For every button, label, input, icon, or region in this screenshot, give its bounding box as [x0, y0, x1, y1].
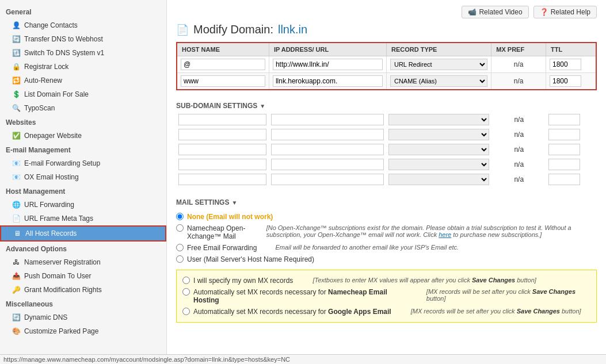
push-domain-icon: 📤: [12, 271, 21, 281]
sidebar-item-onepager[interactable]: ✅Onepager Website: [0, 129, 166, 143]
domain-name[interactable]: llnk.in: [278, 23, 307, 36]
transfer-dns-icon: 🔄: [12, 35, 21, 44]
sidebar-item-grant-modification[interactable]: 🔑Grant Modification Rights: [0, 283, 166, 297]
related-video-button[interactable]: 📹 Related Video: [462, 6, 528, 18]
col-header-record-type: RECORD TYPE: [386, 43, 491, 56]
sidebar-item-list-domain[interactable]: 💲List Domain For Sale: [0, 87, 166, 101]
subdomain-row: A (Address)CNAME (Alias)URL RedirectMX (…: [176, 112, 597, 127]
subdomain-ip-3[interactable]: [271, 159, 384, 170]
sidebar-item-label: Switch To DNS System v1: [24, 49, 104, 57]
mail-radio-namecheap-ox[interactable]: [176, 224, 184, 232]
sidebar-item-all-host-records[interactable]: 🖥All Host Records: [0, 225, 166, 242]
subdomain-ip-2[interactable]: [271, 144, 384, 155]
sidebar-section-title: Advanced Options: [0, 242, 166, 255]
subdomain-record-type-3[interactable]: A (Address)CNAME (Alias)URL RedirectMX (…: [388, 159, 489, 170]
main-content: 📹 Related Video ❓ Related Help 📄 Modify …: [167, 0, 606, 364]
ip-input-0[interactable]: [273, 59, 383, 70]
subdomain-record-type-2[interactable]: A (Address)CNAME (Alias)URL RedirectMX (…: [388, 144, 489, 155]
sidebar-item-change-contacts[interactable]: 👤Change Contacts: [0, 18, 166, 32]
subdomain-record-type-1[interactable]: A (Address)CNAME (Alias)URL RedirectMX (…: [388, 129, 489, 140]
mail-option-link[interactable]: here: [439, 231, 451, 238]
sidebar-item-label: Transfer DNS to Webhost: [24, 35, 103, 43]
sidebar-item-customize-parked[interactable]: 🎨Customize Parked Page: [0, 324, 166, 338]
mx-radio-google-apps[interactable]: [182, 308, 190, 315]
sidebar-item-email-forwarding[interactable]: 📧E-mail Forwarding Setup: [0, 156, 166, 170]
grant-modification-icon: 🔑: [12, 285, 21, 294]
subdomain-hostname-2[interactable]: [178, 144, 266, 155]
subdomain-arrow-icon: ▼: [260, 103, 265, 109]
sidebar-section-title: Miscellaneous: [0, 297, 166, 311]
ip-input-1[interactable]: [273, 75, 383, 87]
mx-radio-specify-own[interactable]: [182, 277, 190, 284]
subdomain-ip-0[interactable]: [271, 114, 384, 125]
sidebar-item-label: Registrar Lock: [24, 63, 68, 71]
ttl-input-1[interactable]: [550, 75, 581, 87]
subdomain-ttl-2[interactable]: [548, 144, 580, 155]
onepager-icon: ✅: [12, 131, 21, 140]
subdomain-ttl-1[interactable]: [548, 129, 580, 140]
ox-email-icon: 📧: [12, 173, 21, 182]
mx-option-specify-own: I will specify my own MX records[Textbox…: [182, 275, 590, 286]
ttl-input-0[interactable]: [550, 59, 581, 70]
mx-radio-namecheap-email[interactable]: [182, 288, 190, 296]
all-host-records-icon: 🖥: [13, 229, 22, 238]
sidebar-item-label: Onepager Website: [24, 132, 82, 140]
mx-option-google-apps: Automatically set MX records necessary f…: [182, 306, 590, 317]
subdomain-hostname-1[interactable]: [178, 129, 266, 140]
mail-option-none: None (Email will not work): [176, 211, 597, 223]
sidebar-item-label: Dynamic DNS: [24, 313, 67, 321]
subdomain-ttl-0[interactable]: [548, 114, 580, 125]
email-forwarding-icon: 📧: [12, 159, 21, 168]
sidebar-item-label: Push Domain To User: [24, 272, 92, 280]
typoscan-icon: 🔍: [12, 104, 21, 113]
sidebar-item-registrar-lock[interactable]: 🔒Registrar Lock: [0, 60, 166, 74]
mail-radio-none[interactable]: [176, 213, 184, 220]
mail-option-note: [No Open-Xchange™ subscriptions exist fo…: [266, 224, 597, 238]
hostname-input-0[interactable]: [181, 59, 265, 70]
sidebar-item-auto-renew[interactable]: 🔁Auto-Renew: [0, 74, 166, 87]
subdomain-ttl-3[interactable]: [548, 159, 580, 170]
customize-parked-icon: 🎨: [12, 327, 21, 336]
record-type-select-1[interactable]: URL RedirectCNAME (Alias)A (Address)MX (…: [390, 75, 487, 87]
sidebar-item-push-domain[interactable]: 📤Push Domain To User: [0, 269, 166, 283]
sidebar-item-label: URL Forwarding: [24, 201, 74, 209]
sidebar-item-ox-email[interactable]: 📧OX Email Hosting: [0, 170, 166, 184]
sidebar-item-label: Customize Parked Page: [24, 327, 98, 335]
auto-renew-icon: 🔁: [12, 76, 21, 85]
mail-option-free-email-forwarding: Free Email ForwardingEmail will be forwa…: [176, 242, 597, 254]
subdomain-hostname-0[interactable]: [178, 114, 266, 125]
subdomain-hostname-3[interactable]: [178, 159, 266, 170]
sidebar-item-dynamic-dns[interactable]: 🔄Dynamic DNS: [0, 311, 166, 324]
mail-section-header: MAIL SETTINGS ▼: [176, 195, 597, 209]
subdomain-hostname-4[interactable]: [178, 174, 266, 185]
subdomain-mxpref-3: n/a: [491, 157, 546, 172]
sidebar-item-label: URL Frame Meta Tags: [24, 214, 93, 223]
mail-radio-free-email-forwarding[interactable]: [176, 244, 184, 251]
sidebar-item-label: Nameserver Registration: [24, 258, 101, 266]
sidebar-item-transfer-dns[interactable]: 🔄Transfer DNS to Webhost: [0, 32, 166, 46]
mail-option-namecheap-ox: Namecheap Open-Xchange™ Mail[No Open-Xch…: [176, 223, 597, 242]
hostname-input-1[interactable]: [181, 75, 265, 87]
subdomain-ttl-4[interactable]: [548, 174, 580, 185]
sidebar-item-typoscan[interactable]: 🔍TypoScan: [0, 101, 166, 115]
video-icon: 📹: [468, 8, 477, 16]
subdomain-record-type-4[interactable]: A (Address)CNAME (Alias)URL RedirectMX (…: [388, 174, 489, 185]
mail-option-label: User (Mail Server's Host Name Required): [187, 255, 314, 263]
subdomain-row: A (Address)CNAME (Alias)URL RedirectMX (…: [176, 157, 597, 172]
sidebar-item-url-forwarding[interactable]: 🌐URL Forwarding: [0, 198, 166, 212]
mail-option-label: Free Email Forwarding: [187, 244, 257, 252]
subdomain-ip-1[interactable]: [271, 129, 384, 140]
record-type-select-0[interactable]: URL RedirectCNAME (Alias)A (Address)MX (…: [390, 59, 487, 70]
subdomain-mxpref-0: n/a: [491, 112, 546, 127]
mail-settings: None (Email will not work)Namecheap Open…: [176, 211, 597, 265]
sidebar-item-label: Auto-Renew: [24, 76, 62, 85]
mx-option-note: [MX records will be set after you click …: [411, 308, 581, 315]
related-help-button[interactable]: ❓ Related Help: [533, 6, 597, 18]
subdomain-ip-4[interactable]: [271, 174, 384, 185]
mail-radio-user-mail[interactable]: [176, 255, 184, 263]
sidebar-item-url-frame[interactable]: 📄URL Frame Meta Tags: [0, 212, 166, 225]
sidebar-item-nameserver-reg[interactable]: 🖧Nameserver Registration: [0, 255, 166, 269]
subdomain-record-type-0[interactable]: A (Address)CNAME (Alias)URL RedirectMX (…: [388, 114, 489, 125]
sidebar-item-switch-dns[interactable]: 🔃Switch To DNS System v1: [0, 46, 166, 60]
col-header-mxpref: MX PREF: [491, 43, 546, 56]
